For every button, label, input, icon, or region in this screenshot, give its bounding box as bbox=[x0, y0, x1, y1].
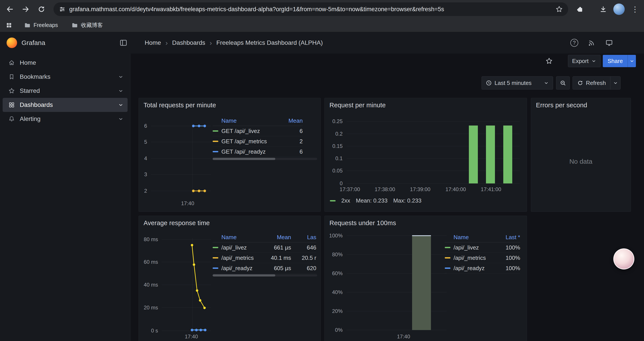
legend-scrollbar[interactable] bbox=[212, 158, 317, 160]
panel-title[interactable]: Average response time bbox=[144, 219, 210, 227]
series-mean: 605 µs bbox=[265, 265, 291, 272]
legend-col-mean[interactable]: Mean bbox=[283, 117, 303, 124]
downloads-icon[interactable] bbox=[597, 3, 610, 16]
y-tick: 80% bbox=[325, 251, 342, 258]
legend-row[interactable]: /api/_readyz 100% bbox=[445, 263, 520, 273]
panel-errors-per-second: Errors per second No data bbox=[531, 98, 631, 212]
legend-row[interactable]: /api/_livez 661 µs 646 bbox=[212, 242, 316, 253]
x-tick: 17:39:00 bbox=[404, 186, 437, 192]
help-icon[interactable]: ? bbox=[570, 38, 579, 48]
browser-profile-avatar[interactable] bbox=[613, 4, 625, 15]
forward-icon[interactable] bbox=[19, 3, 32, 16]
back-icon[interactable] bbox=[4, 3, 16, 16]
panel-request-per-minute: Request per minute 0.25 0.2 0.15 0.1 0.0… bbox=[324, 98, 527, 212]
chevron-down-icon bbox=[591, 58, 596, 64]
legend-col-last[interactable]: Las bbox=[291, 234, 316, 241]
grafana-logo-icon[interactable] bbox=[6, 38, 17, 48]
export-button[interactable]: Export bbox=[568, 55, 600, 67]
series-mean: 661 µs bbox=[265, 244, 291, 251]
series-mean: Mean: 0.233 bbox=[356, 197, 388, 204]
bookmark-star-icon[interactable] bbox=[556, 6, 563, 13]
sidebar-item-label: Alerting bbox=[20, 115, 40, 122]
zoom-out-icon[interactable] bbox=[556, 76, 570, 90]
series-name[interactable]: 2xx bbox=[341, 197, 350, 204]
y-tick: 40% bbox=[325, 289, 342, 295]
share-menu-icon[interactable] bbox=[628, 55, 636, 67]
y-tick: 5 bbox=[139, 139, 147, 145]
legend-table: Name Mean GET /api/_livez 6 GET /api/_me… bbox=[212, 116, 317, 157]
legend-col-mean[interactable]: Mean bbox=[265, 234, 291, 241]
bookmark-folder-blogs[interactable]: 收藏博客 bbox=[72, 22, 103, 29]
chevron-down-icon[interactable] bbox=[118, 74, 124, 80]
y-tick: 20% bbox=[325, 308, 342, 314]
legend-col-name[interactable]: Name bbox=[222, 234, 265, 241]
panel-title[interactable]: Total requests per minute bbox=[144, 102, 216, 109]
legend-row[interactable]: GET /api/_metrics 2 bbox=[212, 136, 303, 147]
series-color-marker bbox=[445, 267, 450, 269]
refresh-interval-icon[interactable] bbox=[610, 77, 620, 89]
extensions-icon[interactable] bbox=[574, 3, 586, 16]
tv-mode-icon[interactable] bbox=[604, 38, 614, 48]
legend-row[interactable]: GET /api/_readyz 6 bbox=[212, 147, 303, 157]
breadcrumb-dashboards[interactable]: Dashboards bbox=[172, 39, 205, 46]
floating-assistant-avatar[interactable] bbox=[613, 248, 634, 269]
legend-scrollbar[interactable] bbox=[212, 274, 317, 276]
bookmark-folder-label: Freeleaps bbox=[34, 22, 58, 28]
legend-row[interactable]: /api/_livez 100% bbox=[445, 242, 520, 253]
sidebar-item-label: Dashboards bbox=[20, 101, 53, 108]
y-tick: 0.05 bbox=[325, 168, 342, 174]
reload-icon[interactable] bbox=[35, 3, 48, 16]
series-mean: 6 bbox=[283, 128, 303, 135]
legend-col-name[interactable]: Name bbox=[454, 234, 496, 241]
panel-title[interactable]: Requests under 100ms bbox=[330, 219, 396, 227]
legend-row[interactable]: GET /api/_livez 6 bbox=[212, 126, 303, 136]
legend-row[interactable]: /api/_metrics 100% bbox=[445, 253, 520, 263]
chevron-down-icon bbox=[544, 80, 549, 86]
address-bar[interactable]: grafana.mathmast.com/d/deytv4rwavabkb/fr… bbox=[54, 3, 568, 16]
legend-row[interactable]: /api/_readyz 605 µs 620 bbox=[212, 263, 316, 273]
share-button-group: Share bbox=[603, 55, 636, 67]
y-tick: 60% bbox=[325, 270, 342, 276]
dashboard-canvas: Export Share Last 5 minutes Refresh bbox=[131, 54, 644, 341]
series-color-marker bbox=[330, 200, 336, 201]
series-name: /api/_readyz bbox=[454, 265, 496, 272]
y-tick: 80 ms bbox=[139, 236, 158, 242]
browser-toolbar: grafana.mathmast.com/d/deytv4rwavabkb/fr… bbox=[0, 0, 644, 19]
no-data-message: No data bbox=[531, 158, 631, 165]
news-rss-icon[interactable] bbox=[586, 38, 596, 48]
export-label: Export bbox=[572, 58, 588, 65]
panel-requests-under-100ms: Requests under 100ms 100% 80% 60% 40% 20… bbox=[324, 216, 527, 341]
legend-col-last[interactable]: Last * bbox=[496, 234, 520, 241]
time-range-picker[interactable]: Last 5 minutes bbox=[482, 76, 553, 90]
chevron-down-icon[interactable] bbox=[118, 116, 124, 122]
bookmark-folder-freeleaps[interactable]: Freeleaps bbox=[24, 22, 58, 29]
panel-title[interactable]: Errors per second bbox=[536, 102, 587, 109]
series-last: 646 bbox=[291, 244, 316, 251]
sidebar-item-dashboards[interactable]: Dashboards bbox=[3, 98, 128, 112]
scrollbar-thumb[interactable] bbox=[212, 158, 275, 160]
sidebar-toggle-icon[interactable] bbox=[118, 38, 128, 48]
browser-nav-buttons bbox=[4, 0, 48, 19]
panel-title[interactable]: Request per minute bbox=[330, 102, 386, 109]
legend-col-name[interactable]: Name bbox=[222, 117, 283, 124]
chevron-down-icon[interactable] bbox=[118, 88, 124, 94]
apps-grid-icon[interactable] bbox=[6, 22, 12, 29]
sidebar-item-alerting[interactable]: Alerting bbox=[3, 112, 128, 126]
share-button[interactable]: Share bbox=[603, 55, 628, 67]
sidebar-item-home[interactable]: Home bbox=[3, 56, 128, 70]
sidebar-item-label: Starred bbox=[20, 87, 40, 94]
x-tick: 17:40 bbox=[388, 333, 419, 340]
browser-menu-icon[interactable]: ⋮ bbox=[629, 3, 641, 16]
legend-row[interactable]: /api/_metrics 40.1 ms 20.5 r bbox=[212, 253, 316, 263]
favorite-star-icon[interactable] bbox=[544, 55, 554, 67]
scrollbar-thumb[interactable] bbox=[212, 274, 275, 276]
sidebar-item-bookmarks[interactable]: Bookmarks bbox=[3, 70, 128, 84]
breadcrumb-home[interactable]: Home bbox=[145, 39, 161, 46]
series-name: /api/_metrics bbox=[222, 254, 265, 261]
refresh-button[interactable]: Refresh bbox=[573, 77, 610, 89]
chevron-down-icon[interactable] bbox=[118, 102, 124, 108]
sidebar-item-starred[interactable]: Starred bbox=[3, 84, 128, 98]
series-color-marker bbox=[212, 141, 218, 142]
series-last: 20.5 r bbox=[291, 254, 316, 261]
site-info-icon[interactable] bbox=[59, 6, 66, 13]
